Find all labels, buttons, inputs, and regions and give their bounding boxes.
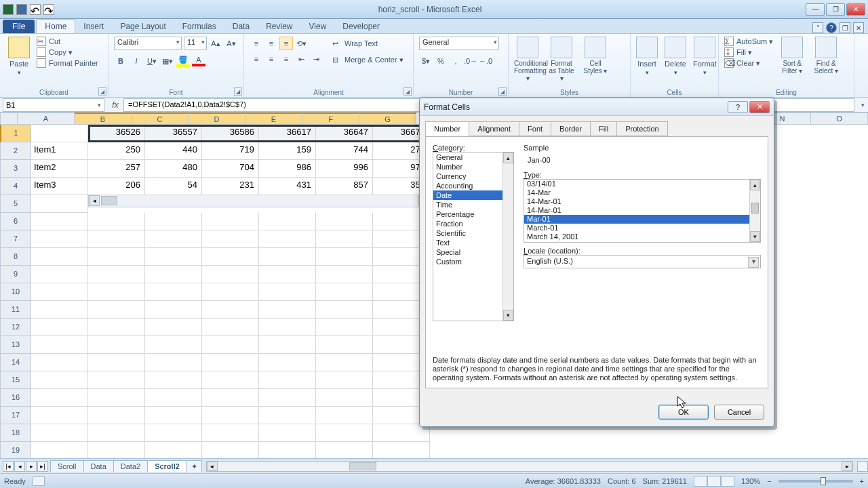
cell-E8[interactable]	[259, 248, 316, 266]
orientation-button[interactable]: ⟲▾	[294, 37, 308, 50]
category-option-currency[interactable]: Currency	[433, 171, 513, 181]
dialog-tab-font[interactable]: Font	[519, 121, 551, 136]
cell-B18[interactable]	[88, 424, 145, 442]
next-sheet-button[interactable]: ▸	[26, 461, 37, 472]
cell-C17[interactable]	[145, 407, 202, 424]
cell-E6[interactable]	[259, 213, 316, 230]
select-all-corner[interactable]	[0, 113, 18, 125]
cell-E17[interactable]	[259, 407, 316, 424]
scroll-thumb[interactable]	[349, 462, 376, 470]
cell-A12[interactable]	[31, 319, 88, 336]
row-header-5[interactable]: 5	[0, 195, 31, 213]
cell-B6[interactable]	[88, 213, 145, 230]
cell-A10[interactable]	[31, 283, 88, 301]
row-header-1[interactable]: 1	[0, 125, 31, 142]
scroll-left-button[interactable]: ◂	[207, 462, 218, 471]
window-close-icon[interactable]: ✕	[853, 22, 864, 33]
cell-A13[interactable]	[31, 336, 88, 354]
cell-F15[interactable]	[316, 371, 373, 389]
scroll-up-icon[interactable]: ▴	[503, 152, 513, 163]
cell-C4[interactable]: 54	[145, 178, 202, 195]
dialog-close-button[interactable]: ✕	[749, 101, 770, 113]
zoom-in-button[interactable]: +	[860, 477, 864, 485]
horizontal-scrollbar[interactable]: ◂ ▸	[206, 461, 853, 472]
cell-B10[interactable]	[88, 283, 145, 301]
cell-E2[interactable]: 159	[259, 142, 316, 160]
cell-A8[interactable]	[31, 248, 88, 266]
col-header-G[interactable]: G	[359, 113, 416, 125]
type-list[interactable]: 03/14/0114-Mar14-Mar-0114-Mar-01Mar-01Ma…	[524, 179, 761, 243]
category-option-fraction[interactable]: Fraction	[433, 219, 513, 228]
cell-C10[interactable]	[145, 283, 202, 301]
cell-D17[interactable]	[202, 407, 259, 424]
currency-button[interactable]: $▾	[419, 54, 433, 68]
cell-F16[interactable]	[316, 389, 373, 407]
category-option-custom[interactable]: Custom	[433, 257, 513, 266]
file-tab[interactable]: File	[3, 20, 35, 33]
embedded-scrollbar[interactable]: ◂▸	[88, 195, 430, 207]
col-header-O[interactable]: O	[811, 113, 868, 125]
insert-cells-button[interactable]: Insert▾	[636, 37, 658, 76]
category-option-text[interactable]: Text	[433, 238, 513, 247]
type-option[interactable]: March 14, 2001	[524, 232, 760, 241]
tab-review[interactable]: Review	[258, 20, 300, 33]
row-header-19[interactable]: 19	[0, 442, 31, 460]
sheet-tab-scroll2[interactable]: Scroll2	[147, 460, 187, 472]
row-header-17[interactable]: 17	[0, 407, 31, 424]
cell-B9[interactable]	[88, 266, 145, 283]
number-launcher[interactable]: ◢	[498, 87, 507, 96]
format-cells-button[interactable]: Format▾	[693, 37, 717, 76]
cell-F18[interactable]	[316, 424, 373, 442]
grow-font-button[interactable]: A▴	[209, 37, 222, 50]
tab-home[interactable]: Home	[36, 19, 75, 33]
type-option[interactable]: Mar-01	[524, 215, 760, 224]
align-center-button[interactable]: ≡	[264, 52, 278, 66]
cell-E4[interactable]: 431	[259, 178, 316, 195]
cell-B7[interactable]	[88, 230, 145, 248]
dialog-tab-border[interactable]: Border	[551, 121, 591, 136]
scroll-right-button[interactable]: ▸	[842, 462, 852, 471]
page-break-view-button[interactable]	[721, 476, 734, 487]
fx-icon[interactable]: fx	[107, 100, 123, 110]
scroll-left-icon[interactable]: ◂	[89, 195, 100, 206]
row-header-2[interactable]: 2	[0, 142, 31, 160]
scroll-thumb[interactable]	[101, 196, 117, 205]
undo-icon[interactable]: ↶	[30, 4, 41, 15]
cell-D13[interactable]	[202, 336, 259, 354]
align-top-button[interactable]: ≡	[250, 37, 263, 50]
cut-button[interactable]: ✂Cut	[37, 37, 98, 46]
window-restore-icon[interactable]: ❐	[840, 22, 850, 33]
type-option[interactable]: 03/14/01	[524, 180, 760, 188]
prev-sheet-button[interactable]: ◂	[14, 461, 25, 472]
dialog-help-button[interactable]: ?	[728, 101, 748, 113]
row-header-14[interactable]: 14	[0, 354, 31, 371]
cell-A4[interactable]: Item3	[31, 178, 88, 195]
cell-D2[interactable]: 719	[202, 142, 259, 160]
category-option-time[interactable]: Time	[433, 200, 513, 209]
font-size-combo[interactable]: 11	[184, 37, 207, 50]
cell-D4[interactable]: 231	[202, 178, 259, 195]
tab-developer[interactable]: Developer	[334, 20, 388, 33]
dialog-tab-fill[interactable]: Fill	[590, 121, 617, 136]
row-header-3[interactable]: 3	[0, 160, 31, 178]
cell-A16[interactable]	[31, 389, 88, 407]
row-header-18[interactable]: 18	[0, 424, 31, 442]
comma-button[interactable]: ,	[449, 54, 462, 68]
cell-A7[interactable]	[31, 230, 88, 248]
font-launcher[interactable]: ◢	[234, 87, 242, 96]
cell-D10[interactable]	[202, 283, 259, 301]
cell-G19[interactable]	[373, 442, 430, 460]
row-header-13[interactable]: 13	[0, 336, 31, 354]
merge-center-button[interactable]: ⊟Merge & Center ▾	[328, 53, 403, 66]
cell-D19[interactable]	[202, 442, 259, 460]
conditional-formatting-button[interactable]: Conditional Formatting ▾	[514, 37, 541, 82]
wrap-text-button[interactable]: ↩Wrap Text	[328, 37, 403, 50]
row-header-16[interactable]: 16	[0, 389, 31, 407]
fill-button[interactable]: ↧Fill ▾	[724, 47, 773, 57]
cell-C14[interactable]	[145, 354, 202, 371]
decrease-decimal-button[interactable]: ←.0	[479, 54, 492, 68]
autosum-button[interactable]: ΣAutoSum ▾	[724, 37, 773, 46]
row-header-10[interactable]: 10	[0, 283, 31, 301]
cell-B2[interactable]: 250	[88, 142, 145, 160]
clipboard-launcher[interactable]: ◢	[98, 87, 106, 96]
